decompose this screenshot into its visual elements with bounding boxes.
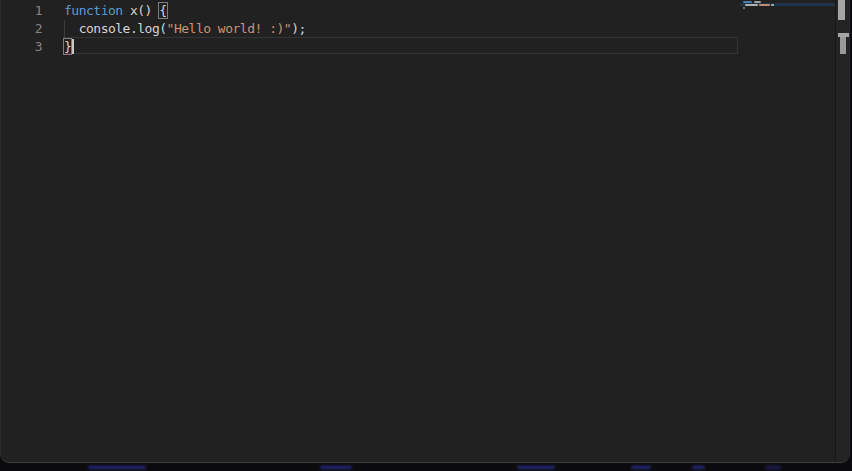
code-line-2[interactable]: 2 console.log("Hello world! :)");: [1, 20, 835, 38]
code-lines: 1 function x() { 2 console.log("Hello wo…: [1, 0, 835, 56]
code-editor[interactable]: 1 function x() { 2 console.log("Hello wo…: [1, 0, 849, 462]
string-token: "Hello world! :)": [167, 21, 292, 36]
plain-token: );: [291, 21, 306, 36]
code-line-content[interactable]: console.log("Hello world! :)");: [64, 20, 306, 38]
background-strip: [0, 463, 852, 471]
plain-token: x(): [123, 3, 160, 18]
background-glow: [88, 466, 146, 469]
minimap-line-dash: [743, 7, 745, 9]
line-number-3[interactable]: 3: [1, 38, 64, 56]
code-line-1[interactable]: 1 function x() {: [1, 2, 835, 20]
vertical-scrollbar[interactable]: [835, 0, 849, 462]
line-number-2[interactable]: 2: [1, 20, 64, 38]
line-number-1[interactable]: 1: [1, 2, 64, 20]
minimap-line-dash: [754, 1, 761, 3]
minimap-line-dash: [745, 4, 758, 6]
minimap-line-dash: [771, 4, 774, 6]
minimap[interactable]: [736, 0, 835, 462]
keyword-token: function: [64, 3, 123, 18]
minimap-line-dash: [743, 1, 752, 3]
overview-cursor-block: [840, 37, 846, 54]
open-brace-bracket-match: {: [159, 3, 166, 18]
background-glow: [517, 466, 555, 469]
background-glow: [631, 466, 651, 469]
scrollbar-thumb[interactable]: [838, 0, 845, 20]
plain-token: console.log(: [64, 21, 167, 36]
code-line-content[interactable]: function x() {: [64, 2, 167, 20]
background-glow: [320, 466, 352, 469]
code-line-content[interactable]: }: [64, 38, 74, 56]
code-line-3[interactable]: 3 }: [1, 38, 835, 56]
background-glow: [765, 466, 781, 469]
background-glow: [692, 466, 705, 469]
close-brace-bracket-match: }: [64, 39, 71, 54]
code-editor-window: 1 function x() { 2 console.log("Hello wo…: [0, 0, 850, 463]
text-cursor: [72, 39, 74, 54]
minimap-line-dash: [759, 4, 770, 6]
